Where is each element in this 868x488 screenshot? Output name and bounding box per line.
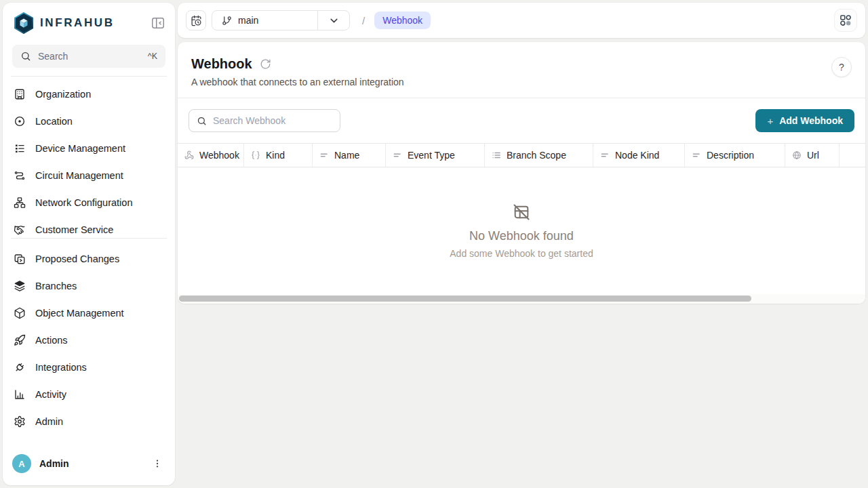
rocket-icon	[14, 334, 26, 346]
sidebar-item-organization[interactable]: Organization	[3, 81, 175, 108]
handshake-icon	[14, 224, 26, 236]
column-header-branch-scope[interactable]: Branch Scope	[485, 144, 593, 167]
route-icon	[14, 169, 26, 182]
column-label: Kind	[266, 150, 285, 161]
help-button[interactable]: ?	[831, 57, 852, 77]
sidebar-item-label: Location	[35, 116, 73, 127]
column-header-description[interactable]: Description	[685, 144, 785, 167]
text-icon	[393, 150, 402, 160]
column-label: Description	[707, 150, 754, 161]
sidebar-item-branches[interactable]: Branches	[3, 272, 175, 300]
breadcrumb-webhook[interactable]: Webhook	[374, 12, 431, 29]
webhook-search-box[interactable]	[189, 109, 340, 132]
branch-name: main	[238, 15, 258, 26]
sidebar: INFRAHUB Search ^K Organization	[3, 3, 175, 485]
apps-button[interactable]	[834, 9, 857, 32]
column-label: Node Kind	[615, 150, 659, 161]
column-header-url[interactable]: Url	[785, 144, 840, 167]
empty-state-subtitle: Add some Webhook to get started	[450, 248, 593, 259]
sidebar-item-label: Object Management	[35, 308, 124, 319]
sidebar-item-object-management[interactable]: Object Management	[3, 300, 175, 327]
search-icon	[197, 116, 207, 126]
column-label: Name	[334, 150, 359, 161]
user-name: Admin	[39, 458, 141, 469]
branch-selector[interactable]: main	[212, 10, 350, 30]
column-label: Url	[807, 150, 819, 161]
sidebar-item-admin[interactable]: Admin	[3, 408, 175, 435]
table-header-row: Webhook Kind Name	[178, 143, 865, 167]
app-wordmark: INFRAHUB	[40, 16, 143, 30]
plug-icon	[14, 361, 26, 373]
sidebar-item-label: Activity	[35, 389, 66, 400]
sidebar-item-network-configuration[interactable]: Network Configuration	[3, 189, 175, 216]
webhook-search-input[interactable]	[213, 115, 332, 126]
sidebar-item-actions[interactable]: Actions	[3, 327, 175, 354]
kebab-menu-icon[interactable]	[149, 455, 165, 472]
sidebar-search-placeholder: Search	[38, 51, 141, 62]
sidebar-item-label: Proposed Changes	[35, 253, 119, 264]
text-icon	[692, 150, 701, 160]
collapse-sidebar-icon[interactable]	[149, 14, 167, 32]
sidebar-item-activity[interactable]: Activity	[3, 381, 175, 408]
column-label: Branch Scope	[507, 150, 566, 161]
cube-icon	[14, 307, 26, 319]
logo-row: INFRAHUB	[3, 3, 175, 41]
calendar-clock-icon	[191, 15, 202, 26]
sidebar-item-label: Organization	[35, 89, 91, 100]
sidebar-search-shortcut: ^K	[148, 52, 157, 61]
refresh-icon[interactable]	[260, 58, 271, 70]
table-toolbar: + Add Webhook	[178, 98, 865, 143]
sidebar-item-label: Network Configuration	[35, 197, 132, 208]
page-description: A webhook that connects to an external i…	[191, 77, 852, 87]
breadcrumb-separator: /	[362, 15, 365, 26]
column-label: Webhook	[199, 150, 239, 161]
sidebar-item-location[interactable]: Location	[3, 108, 175, 135]
branch-selector-dropdown[interactable]	[318, 11, 349, 30]
globe-icon	[792, 150, 802, 160]
text-icon	[600, 150, 610, 160]
map-pin-icon	[14, 115, 26, 127]
sidebar-nav-schema-group: Organization Location Device Management	[3, 77, 175, 238]
diff-copy-icon	[14, 253, 26, 265]
sidebar-item-label: Integrations	[35, 362, 87, 373]
empty-state-title: No Webhook found	[469, 229, 574, 243]
webhook-page-card: Webhook A webhook that connects to an ex…	[178, 42, 865, 304]
column-header-name[interactable]: Name	[313, 144, 386, 167]
column-header-webhook[interactable]: Webhook	[178, 144, 244, 167]
sidebar-item-label: Admin	[35, 416, 63, 427]
add-webhook-button[interactable]: + Add Webhook	[755, 109, 854, 132]
sidebar-item-label: Branches	[35, 281, 77, 291]
server-rack-icon	[14, 142, 26, 155]
sidebar-item-circuit-management[interactable]: Circuit Management	[3, 162, 175, 189]
sidebar-item-customer-service[interactable]: Customer Service	[3, 216, 175, 238]
user-menu[interactable]: A Admin	[3, 447, 175, 485]
list-icon	[492, 150, 501, 160]
plus-icon: +	[767, 115, 773, 127]
column-header-kind[interactable]: Kind	[244, 144, 313, 167]
sidebar-nav-main-group: Proposed Changes Branches Object Managem…	[3, 239, 175, 447]
network-icon	[14, 197, 26, 209]
add-webhook-label: Add Webhook	[779, 115, 843, 126]
gear-icon	[14, 415, 26, 428]
sidebar-search[interactable]: Search ^K	[12, 45, 165, 68]
layers-icon	[14, 280, 26, 292]
sidebar-item-device-management[interactable]: Device Management	[3, 135, 175, 162]
building-icon	[14, 88, 26, 100]
sidebar-item-label: Circuit Management	[35, 170, 123, 181]
column-header-node-kind[interactable]: Node Kind	[593, 144, 685, 167]
page-title: Webhook	[191, 56, 252, 72]
chevron-down-icon	[328, 15, 340, 26]
sidebar-item-integrations[interactable]: Integrations	[3, 354, 175, 381]
column-header-event-type[interactable]: Event Type	[386, 144, 485, 167]
sidebar-item-proposed-changes[interactable]: Proposed Changes	[3, 245, 175, 272]
no-data-table-icon	[512, 203, 531, 222]
horizontal-scrollbar-thumb[interactable]	[179, 296, 751, 302]
sidebar-item-label: Device Management	[35, 143, 125, 154]
column-label: Event Type	[408, 150, 455, 161]
horizontal-scrollbar	[178, 294, 865, 304]
branch-selector-current[interactable]: main	[212, 11, 317, 30]
sidebar-item-label: Customer Service	[35, 224, 113, 235]
webhook-icon	[184, 150, 194, 160]
time-travel-button[interactable]	[186, 10, 206, 30]
empty-state: No Webhook found Add some Webhook to get…	[178, 167, 865, 294]
